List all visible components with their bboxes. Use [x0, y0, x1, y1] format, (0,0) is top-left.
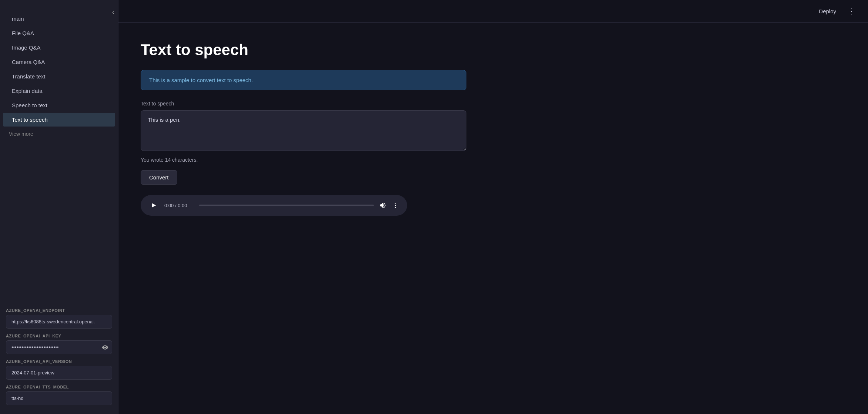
main-content: Deploy ⋮ Text to speech This is a sample… — [118, 0, 868, 414]
svg-point-1 — [395, 205, 396, 206]
sidebar-divider — [0, 297, 118, 297]
api-key-input[interactable] — [6, 340, 112, 354]
sidebar-collapse-button[interactable]: ‹ — [109, 7, 117, 17]
tts-model-input[interactable] — [6, 391, 112, 405]
tts-model-input-wrap — [6, 391, 112, 405]
audio-player: 0:00 / 0:00 — [141, 195, 407, 216]
svg-point-2 — [395, 207, 396, 208]
char-count-display: You wrote 14 characters. — [141, 157, 466, 163]
info-banner: This is a sample to convert text to spee… — [141, 70, 466, 90]
sidebar-nav: main File Q&A Image Q&A Camera Q&A Trans… — [0, 7, 118, 291]
play-button[interactable] — [149, 200, 159, 211]
volume-button[interactable] — [379, 202, 386, 209]
sidebar-item-image-qa[interactable]: Image Q&A — [3, 41, 115, 54]
api-key-input-wrap — [6, 340, 112, 354]
text-to-speech-input[interactable] — [141, 110, 466, 151]
sidebar-item-text-to-speech[interactable]: Text to speech — [3, 113, 115, 127]
sidebar-item-main[interactable]: main — [3, 12, 115, 26]
audio-options-button[interactable] — [392, 202, 399, 209]
text-field-label: Text to speech — [141, 101, 466, 107]
audio-options-icon — [392, 202, 399, 209]
audio-progress-bar[interactable] — [199, 205, 374, 206]
toggle-api-key-visibility-button[interactable] — [102, 344, 108, 351]
sidebar-item-file-qa[interactable]: File Q&A — [3, 26, 115, 40]
more-options-button[interactable]: ⋮ — [845, 5, 859, 17]
sidebar: main File Q&A Image Q&A Camera Q&A Trans… — [0, 0, 118, 414]
endpoint-label: AZURE_OPENAI_ENDPOINT — [6, 308, 112, 313]
svg-point-0 — [395, 203, 396, 204]
api-version-label: AZURE_OPENAI_API_VERSION — [6, 359, 112, 364]
endpoint-input[interactable] — [6, 315, 112, 329]
sidebar-item-explain-data[interactable]: Explain data — [3, 84, 115, 98]
api-version-input-wrap — [6, 366, 112, 380]
convert-button[interactable]: Convert — [141, 170, 177, 185]
sidebar-item-translate-text[interactable]: Translate text — [3, 70, 115, 83]
view-more-link[interactable]: View more — [0, 127, 118, 141]
deploy-button[interactable]: Deploy — [816, 7, 839, 16]
volume-icon — [379, 202, 386, 209]
page-title: Text to speech — [141, 41, 466, 59]
tts-model-label: AZURE_OPENAI_TTS_MODEL — [6, 385, 112, 389]
api-version-input[interactable] — [6, 366, 112, 380]
api-key-label: AZURE_OPENAI_API_KEY — [6, 334, 112, 338]
page-content-area: Text to speech This is a sample to conve… — [118, 23, 489, 234]
audio-time-display: 0:00 / 0:00 — [164, 203, 194, 208]
sidebar-item-camera-qa[interactable]: Camera Q&A — [3, 55, 115, 69]
endpoint-input-wrap — [6, 315, 112, 329]
play-icon — [151, 202, 157, 209]
sidebar-item-speech-to-text[interactable]: Speech to text — [3, 98, 115, 112]
top-bar: Deploy ⋮ — [118, 0, 868, 23]
config-section: AZURE_OPENAI_ENDPOINT AZURE_OPENAI_API_K… — [0, 303, 118, 407]
